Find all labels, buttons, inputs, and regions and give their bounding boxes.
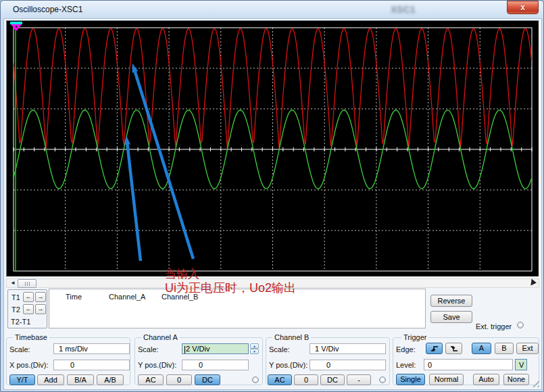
annotation-text: 当输入 Ui为正电压时，Uo2输出 bbox=[165, 267, 296, 295]
t1-right-button[interactable]: → bbox=[35, 292, 46, 302]
channel-a-title: Channel A bbox=[141, 333, 180, 341]
window-title: Oscilloscope-XSC1 bbox=[13, 5, 82, 14]
channel-b-ac-button[interactable]: AC bbox=[268, 374, 292, 385]
spin-up-icon[interactable]: ▲ bbox=[250, 343, 259, 349]
add-mode-button[interactable]: Add bbox=[37, 374, 64, 385]
readout-header-time: Time bbox=[66, 293, 82, 301]
cursor-control-box: T1 ← → T2 ← → T2-T1 bbox=[7, 289, 47, 328]
falling-edge-button[interactable] bbox=[445, 343, 462, 354]
trigger-level-unit-select[interactable]: V bbox=[515, 359, 527, 370]
channel-a-group: Channel A Scale: 2 V/Div ▲ ▼ Y pos.(Div)… bbox=[134, 337, 263, 385]
channel-a-zero-button[interactable]: 0 bbox=[166, 374, 192, 385]
trigger-title: Trigger bbox=[401, 333, 428, 341]
trigger-edge-label: Edge: bbox=[396, 345, 416, 353]
timebase-title: Timebase bbox=[13, 333, 49, 341]
oscilloscope-window: Oscilloscope-XSC1 XSC1 x ◄ T1 ← → T2 ← →… bbox=[0, 0, 544, 392]
spin-down-icon[interactable]: ▼ bbox=[250, 349, 259, 354]
t2-label: T2 bbox=[11, 305, 20, 314]
channel-a-ypos-label: Y pos.(Div): bbox=[138, 361, 176, 369]
channel-b-scale-label: Scale: bbox=[269, 345, 290, 353]
scope-display bbox=[6, 20, 539, 277]
text-caret bbox=[184, 346, 185, 353]
trigger-auto-button[interactable]: Auto bbox=[473, 374, 499, 385]
timebase-scale-label: Scale: bbox=[9, 345, 30, 353]
reverse-button[interactable]: Reverse bbox=[430, 295, 472, 307]
channel-a-scale-label: Scale: bbox=[138, 345, 159, 353]
channel-b-ypos-label: Y pos.(Div): bbox=[269, 361, 307, 369]
t2-left-button[interactable]: ← bbox=[23, 304, 34, 314]
ext-trigger-connector-icon bbox=[517, 322, 524, 328]
annotation-line1: 当输入 bbox=[165, 267, 296, 281]
close-button[interactable]: x bbox=[507, 1, 539, 14]
t2-right-button[interactable]: → bbox=[35, 304, 46, 314]
ext-trigger-label: Ext. trigger bbox=[476, 322, 512, 330]
trigger-source-ext-button[interactable]: Ext bbox=[516, 343, 539, 354]
rising-edge-icon bbox=[430, 345, 439, 352]
timebase-xpos-label: X pos.(Div): bbox=[9, 361, 48, 369]
trigger-level-label: Level: bbox=[396, 361, 416, 369]
channel-b-minus-button[interactable]: - bbox=[347, 374, 371, 385]
channel-b-group: Channel B Scale: 1 V/Div Y pos.(Div): 0 … bbox=[266, 337, 390, 385]
channel-b-scale-field[interactable]: 1 V/Div bbox=[310, 343, 386, 354]
channel-b-zero-button[interactable]: 0 bbox=[294, 374, 318, 385]
channel-b-dc-button[interactable]: DC bbox=[320, 374, 345, 385]
channel-a-ac-button[interactable]: AC bbox=[138, 374, 164, 385]
trigger-normal-button[interactable]: Normal bbox=[429, 374, 464, 385]
channel-a-scale-field[interactable]: 2 V/Div bbox=[182, 343, 249, 354]
trigger-none-button[interactable]: None bbox=[503, 374, 529, 385]
channel-a-scale-spinner[interactable]: ▲ ▼ bbox=[250, 343, 259, 354]
scroll-left-icon[interactable]: ◄ bbox=[9, 280, 17, 287]
timebase-scale-field[interactable]: 1 ms/Div bbox=[53, 343, 130, 354]
trigger-group: Trigger Edge: A B Ext Level: 0 V Single … bbox=[393, 337, 539, 385]
falling-edge-icon bbox=[449, 345, 459, 352]
channel-a-ypos-field[interactable]: 0 bbox=[182, 360, 249, 370]
channel-a-dc-button[interactable]: DC bbox=[195, 374, 220, 385]
title-bar: Oscilloscope-XSC1 XSC1 x bbox=[1, 1, 543, 18]
t1-left-button[interactable]: ← bbox=[23, 292, 34, 302]
trigger-level-field[interactable]: 0 bbox=[424, 359, 513, 370]
timebase-xpos-field[interactable]: 0 bbox=[53, 360, 130, 370]
xsc1-watermark: XSC1 bbox=[391, 4, 416, 15]
trigger-source-a-button[interactable]: A bbox=[472, 343, 491, 354]
save-button[interactable]: Save bbox=[430, 311, 472, 323]
scrollbar-thumb[interactable] bbox=[18, 279, 36, 288]
yt-mode-button[interactable]: Y/T bbox=[9, 374, 35, 385]
rising-edge-button[interactable] bbox=[426, 343, 443, 354]
t2-t1-label: T2-T1 bbox=[11, 318, 30, 326]
trigger-single-button[interactable]: Single bbox=[396, 374, 425, 385]
ba-mode-button[interactable]: B/A bbox=[67, 374, 94, 385]
ab-mode-button[interactable]: A/B bbox=[97, 374, 124, 385]
timebase-group: Timebase Scale: 1 ms/Div X pos.(Div): 0 … bbox=[6, 337, 130, 385]
readout-header-channel-a: Channel_A bbox=[109, 293, 145, 301]
channel-b-ypos-field[interactable]: 0 bbox=[310, 360, 386, 370]
trigger-source-b-button[interactable]: B bbox=[495, 343, 514, 354]
channel-b-connector-icon bbox=[379, 376, 386, 383]
scroll-right-arrow-icon[interactable] bbox=[530, 278, 537, 286]
channel-b-title: Channel B bbox=[272, 333, 311, 341]
scope-waveform-svg[interactable] bbox=[7, 21, 539, 276]
t1-label: T1 bbox=[11, 293, 20, 301]
channel-a-connector-icon bbox=[252, 376, 259, 383]
annotation-line2: Ui为正电压时，Uo2输出 bbox=[165, 281, 296, 295]
